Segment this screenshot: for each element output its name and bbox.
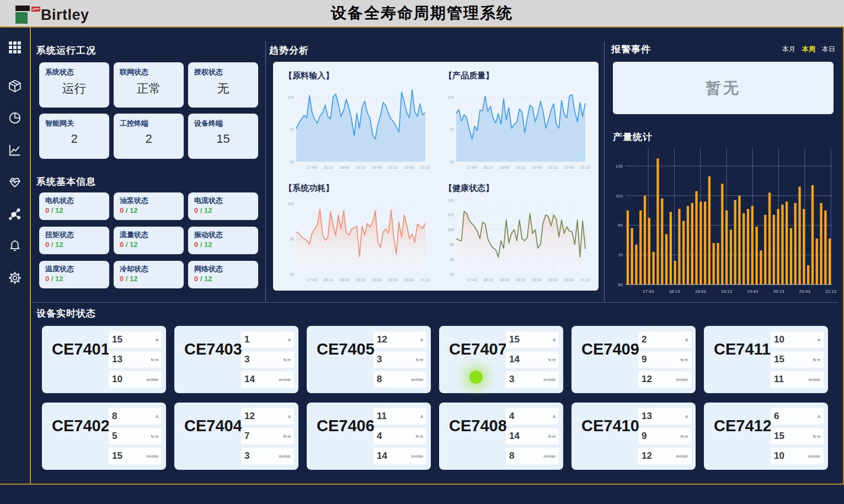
info-card-count: 0 / 12 (194, 206, 252, 215)
svg-text:120: 120 (447, 95, 454, 99)
device-metric-unit: m³/min (412, 378, 423, 382)
svg-text:19:13: 19:13 (356, 278, 366, 282)
device-metric-unit: N·m (151, 435, 158, 438)
device-card-CE7408[interactable]: CE7408 4 A 14 N·m 8 m³/min (439, 403, 563, 470)
status-card-value: 运行 (45, 81, 103, 97)
device-card-CE7407[interactable]: CE7407 15 A 14 N·m 3 m³/min (439, 326, 563, 393)
alarm-tab-本周[interactable]: 本周 (802, 45, 815, 54)
device-metric-row: 14 N·m (506, 428, 559, 444)
alarm-empty-text: 暂无 (706, 78, 741, 99)
column-divider (265, 41, 266, 302)
sidebar-item-settings[interactable] (7, 271, 23, 287)
alarm-tab-本日[interactable]: 本日 (822, 45, 835, 54)
brand-logo: Birtley (15, 3, 89, 24)
device-card-CE7402[interactable]: CE7402 8 A 5 N·m 15 m³/min (42, 403, 166, 470)
status-card-label: 授权状态 (194, 67, 252, 77)
gear-icon (8, 271, 22, 287)
device-metric-value: 4 (509, 411, 514, 422)
status-card-value: 2 (120, 132, 178, 146)
info-card-label: 温度状态 (45, 264, 103, 274)
device-metric-unit: N·m (416, 358, 423, 362)
sidebar-item-health[interactable] (7, 175, 23, 191)
device-metric-value: 7 (244, 431, 249, 442)
svg-text:18:13: 18:13 (323, 278, 333, 282)
device-metric-row: 1 A (241, 331, 294, 348)
device-metric-unit: N·m (548, 435, 555, 438)
svg-text:70: 70 (618, 253, 623, 258)
mini-chart-title: 【系统功耗】 (284, 183, 432, 194)
device-metric-unit: m³/min (147, 454, 158, 458)
status-card-label: 智能网关 (45, 119, 103, 128)
info-card-count: 0 / 12 (45, 240, 103, 249)
device-metric-row: 12 A (241, 408, 294, 425)
svg-text:110: 110 (616, 194, 623, 199)
device-card-CE7404[interactable]: CE7404 12 A 7 N·m 3 m³/min (174, 403, 298, 470)
info-card: 电机状态 0 / 12 (39, 192, 109, 220)
svg-text:20:43: 20:43 (404, 278, 414, 282)
svg-text:17:43: 17:43 (467, 278, 477, 282)
mini-chart-product_quality: 207012017:4318:1318:4319:1319:4320:1320:… (442, 83, 590, 171)
device-metric-value: 14 (244, 374, 255, 385)
alarm-tab-本月[interactable]: 本月 (782, 45, 795, 54)
device-metric-unit: N·m (813, 358, 820, 362)
device-name: CE7401 (52, 340, 110, 358)
sidebar-item-trends[interactable] (7, 143, 23, 159)
device-metric-unit: m³/min (544, 378, 555, 382)
device-card-CE7409[interactable]: CE7409 2 A 9 N·m 12 m³/min (571, 326, 696, 393)
device-metric-value: 13 (642, 411, 652, 422)
svg-text:20:13: 20:13 (388, 165, 398, 169)
device-card-CE7405[interactable]: CE7405 12 A 3 N·m 8 m³/min (307, 326, 431, 393)
device-metric-row: 12 m³/min (638, 371, 691, 388)
device-metric-row: 14 N·m (506, 351, 559, 368)
device-card-CE7403[interactable]: CE7403 1 A 3 N·m 14 m³/min (174, 326, 298, 393)
status-card-value: 正常 (120, 81, 178, 97)
section-title-system-status: 系统运行工况 (36, 44, 96, 57)
device-metric-value: 13 (112, 354, 122, 365)
info-card-label: 电机状态 (45, 196, 103, 206)
device-metric-value: 1 (244, 334, 249, 345)
device-card-CE7412[interactable]: CE7412 6 A 15 N·m 10 m³/min (704, 403, 828, 470)
svg-text:21:13: 21:13 (580, 278, 590, 282)
status-card-value: 无 (194, 81, 252, 97)
device-metric-row: 15 N·m (771, 428, 824, 444)
device-metric-unit: N·m (548, 358, 555, 362)
device-metric-row: 8 m³/min (506, 448, 559, 464)
device-metric-row: 12 A (373, 331, 426, 348)
sidebar-item-apps[interactable] (7, 41, 23, 56)
device-metric-unit: A (818, 415, 820, 419)
device-metric-value: 15 (112, 451, 122, 462)
device-name: CE7412 (714, 417, 772, 435)
device-metric-unit: N·m (151, 358, 158, 362)
trend-mini-chart: 【系统功耗】 409014017:4318:1318:4319:1319:432… (282, 182, 432, 288)
device-card-CE7411[interactable]: CE7411 10 A 15 N·m 11 m³/min (704, 326, 828, 393)
sidebar-item-model[interactable] (7, 79, 23, 95)
line-chart-icon (8, 143, 22, 159)
device-metric-row: 12 m³/min (638, 448, 691, 464)
device-name: CE7406 (317, 417, 375, 435)
svg-text:18:13: 18:13 (323, 165, 333, 169)
device-card-CE7401[interactable]: CE7401 15 A 13 N·m 10 m³/min (42, 326, 166, 393)
sidebar-item-network[interactable] (7, 207, 23, 223)
trend-analysis-panel: 【原料输入】 207012017:4318:1318:4319:1319:432… (273, 62, 599, 291)
device-metric-row: 4 A (506, 408, 559, 425)
mini-chart-title: 【健康状态】 (444, 183, 592, 194)
device-metric-unit: A (553, 415, 555, 419)
sidebar-item-alarms[interactable] (7, 239, 23, 255)
svg-text:120: 120 (447, 213, 454, 217)
svg-text:40: 40 (290, 272, 294, 276)
device-metric-row: 3 N·m (241, 351, 294, 368)
device-card-CE7410[interactable]: CE7410 13 A 9 N·m 12 m³/min (571, 403, 696, 470)
footer-strip (0, 485, 844, 504)
section-title-production: 产量统计 (613, 131, 653, 143)
svg-text:18:43: 18:43 (339, 165, 349, 169)
svg-text:18:43: 18:43 (339, 278, 349, 282)
mini-chart-title: 【产品质量】 (444, 71, 592, 81)
sidebar-item-analytics[interactable] (7, 111, 23, 127)
status-card-label: 设备终端 (194, 119, 252, 128)
svg-text:50: 50 (618, 282, 623, 287)
svg-text:90: 90 (290, 237, 294, 240)
svg-text:19:13: 19:13 (516, 165, 526, 169)
production-bar-chart: 50709011013017:4318:1318:4319:1319:4320:… (610, 144, 836, 300)
device-metric-value: 8 (509, 451, 514, 462)
device-card-CE7406[interactable]: CE7406 11 A 4 N·m 14 m³/min (307, 403, 431, 470)
